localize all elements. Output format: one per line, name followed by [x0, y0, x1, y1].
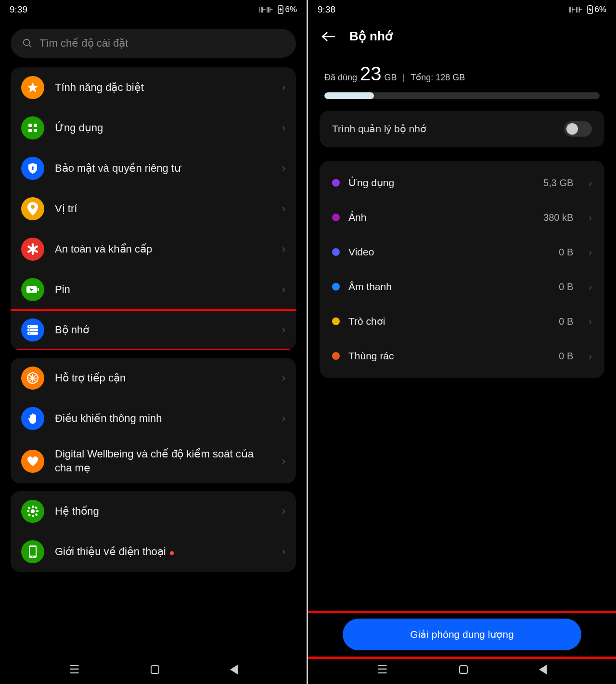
- shield-icon: [21, 157, 44, 180]
- setting-row-safety[interactable]: An toàn và khẩn cấp›: [11, 229, 296, 269]
- update-dot-icon: [170, 551, 174, 555]
- settings-group: Hỗ trợ tiếp cận›Điều khiển thông minh›Di…: [11, 358, 296, 483]
- setting-row-special[interactable]: Tính năng đặc biệt›: [11, 67, 296, 108]
- setting-row-battery[interactable]: Pin›: [11, 269, 296, 310]
- category-name: Trò chơi: [348, 316, 550, 327]
- search-icon: [22, 38, 33, 49]
- storage-category-row[interactable]: Âm thanh0 B›: [320, 269, 604, 304]
- setting-row-about[interactable]: Giới thiệu về điện thoại›: [11, 532, 296, 572]
- svg-rect-1: [280, 5, 282, 6]
- nav-bar: ☰: [0, 655, 307, 684]
- category-size: 380 kB: [543, 212, 573, 223]
- storage-summary: Đã dùng 23 GB | Tổng: 128 GB: [308, 53, 616, 99]
- search-input[interactable]: Tìm chế độ cài đặt: [11, 29, 296, 58]
- toggle-label: Trình quản lý bộ nhớ: [332, 123, 426, 135]
- storage-category-row[interactable]: Ảnh380 kB›: [320, 200, 604, 235]
- setting-row-privacy[interactable]: Bảo mật và quyền riêng tư›: [11, 148, 296, 189]
- setting-row-apps[interactable]: Ứng dụng›: [11, 108, 296, 148]
- settings-screen: 9:39 ⊪⊪ 6% Tìm chế độ cài đặt Tính năng …: [0, 0, 308, 684]
- category-dot-icon: [332, 179, 340, 187]
- svg-rect-33: [32, 515, 34, 517]
- setting-label: Giới thiệu về điện thoại: [55, 545, 271, 559]
- storage-category-row[interactable]: Thùng rác0 B›: [320, 339, 604, 373]
- svg-rect-8: [28, 129, 32, 132]
- battery-icon: 6%: [587, 5, 606, 14]
- category-dot-icon: [332, 214, 340, 221]
- setting-label: Hỗ trợ tiếp cận: [55, 371, 271, 385]
- chevron-right-icon: ›: [282, 122, 285, 134]
- status-icons: ⊪⊪ 6%: [259, 5, 297, 15]
- wheel-icon: [21, 367, 44, 390]
- storage-manager-toggle-row[interactable]: Trình quản lý bộ nhớ: [320, 111, 604, 147]
- settings-group: Hệ thống›Giới thiệu về điện thoại›: [11, 491, 296, 572]
- nav-recents-icon[interactable]: ☰: [69, 663, 80, 676]
- svg-rect-32: [32, 506, 34, 508]
- category-dot-icon: [332, 248, 340, 256]
- setting-row-location[interactable]: Vị trí›: [11, 189, 296, 229]
- category-name: Ảnh: [348, 212, 535, 223]
- category-size: 5,3 GB: [543, 177, 573, 189]
- total-label: Tổng: 128 GB: [411, 72, 465, 83]
- gear-icon: [21, 500, 44, 523]
- vibrate-icon: ⊪⊪: [259, 5, 273, 15]
- setting-row-system[interactable]: Hệ thống›: [11, 491, 296, 532]
- setting-label: Vị trí: [55, 202, 271, 216]
- storage-category-row[interactable]: Video0 B›: [320, 235, 604, 269]
- storage-categories: Ứng dụng5,3 GB›Ảnh380 kB›Video0 B›Âm tha…: [320, 161, 604, 378]
- chevron-right-icon: ›: [282, 162, 285, 175]
- category-name: Video: [348, 246, 550, 258]
- search-placeholder: Tìm chế độ cài đặt: [39, 37, 128, 50]
- category-name: Âm thanh: [348, 281, 550, 292]
- storage-category-row[interactable]: Trò chơi0 B›: [320, 304, 604, 339]
- free-up-space-button[interactable]: Giải phóng dung lượng: [343, 619, 581, 650]
- grid-icon: [21, 116, 44, 139]
- category-dot-icon: [332, 352, 340, 360]
- svg-marker-5: [27, 82, 38, 92]
- setting-label: Pin: [55, 283, 271, 297]
- storage-category-row[interactable]: Ứng dụng5,3 GB›: [320, 165, 604, 200]
- back-button[interactable]: [321, 31, 336, 42]
- page-title: Bộ nhớ: [349, 29, 393, 44]
- storage-progress-fill: [324, 92, 374, 99]
- svg-rect-6: [28, 124, 32, 127]
- setting-label: Bộ nhớ: [55, 323, 271, 337]
- setting-label: Ứng dụng: [55, 121, 271, 135]
- svg-rect-39: [28, 514, 31, 517]
- category-name: Thùng rác: [348, 350, 550, 362]
- setting-row-storage[interactable]: Bộ nhớ›: [11, 310, 296, 350]
- svg-rect-11: [32, 168, 34, 170]
- category-dot-icon: [332, 283, 340, 291]
- used-value: 23: [360, 63, 382, 85]
- chevron-right-icon: ›: [282, 243, 285, 255]
- status-bar: 9:39 ⊪⊪ 6%: [0, 0, 307, 19]
- nav-home-icon[interactable]: [459, 665, 468, 674]
- status-bar: 9:38 ⊪⊪ 6%: [308, 0, 616, 19]
- svg-marker-45: [589, 7, 591, 13]
- setting-row-wellbeing[interactable]: Digital Wellbeing và chế độ kiểm soát củ…: [11, 439, 296, 483]
- chevron-right-icon: ›: [589, 316, 592, 327]
- toggle-switch[interactable]: [564, 121, 592, 137]
- setting-label: Bảo mật và quyền riêng tư: [55, 162, 271, 176]
- nav-back-icon[interactable]: [230, 665, 238, 674]
- hand-icon: [21, 407, 44, 430]
- pin-icon: [21, 197, 44, 220]
- nav-recents-icon[interactable]: ☰: [377, 663, 388, 676]
- chevron-right-icon: ›: [282, 505, 285, 518]
- svg-point-42: [32, 556, 33, 557]
- svg-rect-17: [38, 288, 39, 291]
- svg-rect-35: [36, 510, 38, 512]
- header: Bộ nhớ: [308, 19, 616, 53]
- chevron-right-icon: ›: [282, 545, 285, 558]
- svg-rect-34: [27, 510, 29, 512]
- chevron-right-icon: ›: [282, 412, 285, 425]
- chevron-right-icon: ›: [282, 324, 285, 336]
- setting-row-accessibility[interactable]: Hỗ trợ tiếp cận›: [11, 358, 296, 398]
- svg-point-3: [24, 39, 30, 46]
- setting-row-smart[interactable]: Điều khiển thông minh›: [11, 398, 296, 439]
- nav-back-icon[interactable]: [539, 665, 547, 674]
- svg-point-12: [31, 205, 35, 209]
- star-icon: [21, 76, 44, 99]
- battery-icon: [21, 278, 44, 301]
- category-size: 0 B: [559, 281, 573, 292]
- nav-home-icon[interactable]: [151, 665, 159, 674]
